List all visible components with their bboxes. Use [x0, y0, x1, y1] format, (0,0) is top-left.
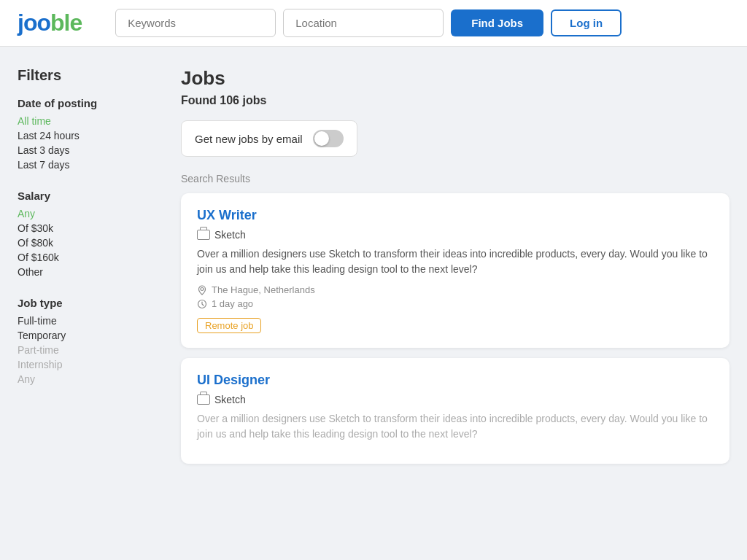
find-jobs-button[interactable]: Find Jobs	[451, 9, 543, 36]
keywords-input[interactable]	[115, 9, 276, 37]
job-card-1: UX Writer Sketch Over a million designer…	[181, 193, 729, 348]
job-desc-2: Over a million designers use Sketch to t…	[197, 411, 713, 442]
filter-salary-any[interactable]: Any	[18, 206, 163, 221]
clock-icon-1	[197, 299, 207, 309]
location-text-1: The Hague, Netherlands	[212, 284, 315, 295]
job-type-section: Job type Full-time Temporary Part-time I…	[18, 297, 163, 386]
filter-salary-160k[interactable]: Of $160k	[18, 250, 163, 265]
salary-section: Salary Any Of $30k Of $80k Of $160k Othe…	[18, 190, 163, 279]
filters-title: Filters	[18, 67, 163, 84]
logo-joo: joo	[18, 9, 50, 36]
filter-jobtype-internship[interactable]: Internship	[18, 357, 163, 372]
sidebar: Filters Date of posting All time Last 24…	[18, 67, 163, 474]
company-row-2: Sketch	[197, 394, 713, 405]
company-icon-2	[197, 394, 210, 405]
filter-salary-other[interactable]: Other	[18, 265, 163, 279]
filter-salary-30k[interactable]: Of $30k	[18, 221, 163, 236]
header: jooble Find Jobs Log in	[0, 0, 747, 47]
job-title-1[interactable]: UX Writer	[197, 208, 713, 223]
filter-date-3days[interactable]: Last 3 days	[18, 143, 163, 158]
date-of-posting-label: Date of posting	[18, 97, 163, 109]
filter-jobtype-parttime[interactable]: Part-time	[18, 343, 163, 357]
search-results-label: Search Results	[181, 173, 729, 184]
posted-row-1: 1 day ago	[197, 298, 713, 309]
location-icon-1	[197, 285, 207, 295]
toggle-knob	[314, 131, 329, 146]
date-of-posting-section: Date of posting All time Last 24 hours L…	[18, 97, 163, 172]
filter-salary-80k[interactable]: Of $80k	[18, 236, 163, 250]
filter-date-24h[interactable]: Last 24 hours	[18, 128, 163, 143]
svg-point-0	[201, 287, 204, 290]
email-toggle-switch[interactable]	[313, 130, 344, 147]
header-search: Find Jobs Log in	[115, 9, 729, 37]
page-title: Jobs	[181, 67, 729, 90]
filter-jobtype-fulltime[interactable]: Full-time	[18, 314, 163, 328]
found-count: Found 106 jobs	[181, 94, 729, 107]
logo-ble: ble	[50, 9, 82, 36]
location-row-1: The Hague, Netherlands	[197, 284, 713, 295]
salary-label: Salary	[18, 190, 163, 202]
logo: jooble	[18, 9, 82, 36]
posted-text-1: 1 day ago	[212, 298, 253, 309]
filter-date-7days[interactable]: Last 7 days	[18, 158, 163, 172]
content-area: Jobs Found 106 jobs Get new jobs by emai…	[181, 67, 729, 474]
main-layout: Filters Date of posting All time Last 24…	[0, 47, 747, 494]
remote-badge-1: Remote job	[197, 318, 261, 333]
company-icon-1	[197, 230, 210, 240]
email-toggle-box: Get new jobs by email	[181, 120, 357, 157]
job-card-2: UI Designer Sketch Over a million design…	[181, 358, 729, 464]
job-title-2[interactable]: UI Designer	[197, 373, 713, 388]
filter-date-alltime[interactable]: All time	[18, 114, 163, 128]
company-row-1: Sketch	[197, 229, 713, 241]
location-input[interactable]	[283, 9, 444, 37]
login-button[interactable]: Log in	[551, 9, 622, 36]
company-name-1: Sketch	[214, 229, 246, 241]
job-type-label: Job type	[18, 297, 163, 309]
company-name-2: Sketch	[214, 394, 246, 405]
email-toggle-label: Get new jobs by email	[195, 133, 303, 145]
job-desc-1: Over a million designers use Sketch to t…	[197, 246, 713, 277]
filter-jobtype-any[interactable]: Any	[18, 372, 163, 386]
filter-jobtype-temporary[interactable]: Temporary	[18, 328, 163, 343]
